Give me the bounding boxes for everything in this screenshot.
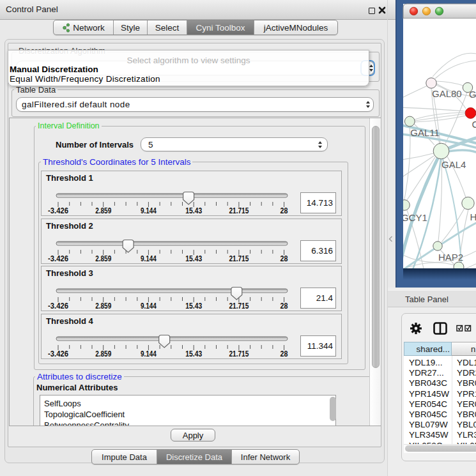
svg-text:2.859: 2.859 [95, 206, 111, 215]
svg-text:21.715: 21.715 [229, 254, 249, 263]
svg-text:2.859: 2.859 [95, 301, 111, 311]
svg-text:28: 28 [280, 349, 288, 358]
svg-text:9.144: 9.144 [141, 349, 157, 358]
svg-text:HL: HL [470, 211, 476, 222]
svg-text:HAP2: HAP2 [438, 252, 463, 263]
svg-text:28: 28 [280, 254, 288, 263]
svg-text:GCY1: GCY1 [401, 212, 427, 223]
svg-text:21.715: 21.715 [229, 301, 249, 311]
svg-text:15.43: 15.43 [185, 301, 202, 311]
svg-text:-3.426: -3.426 [48, 349, 68, 358]
svg-text:GAL4: GAL4 [441, 159, 466, 170]
svg-text:9.144: 9.144 [141, 301, 157, 311]
svg-text:21.715: 21.715 [229, 349, 249, 358]
svg-text:28: 28 [280, 301, 288, 311]
svg-text:9.144: 9.144 [141, 254, 157, 263]
svg-text:15.43: 15.43 [185, 349, 202, 358]
svg-text:-3.426: -3.426 [48, 301, 68, 311]
svg-text:C: C [472, 119, 476, 130]
svg-text:-3.426: -3.426 [48, 206, 68, 215]
svg-text:2.859: 2.859 [95, 349, 111, 358]
svg-text:28: 28 [280, 206, 288, 215]
svg-text:GAL1: GAL1 [469, 89, 476, 100]
svg-text:2.859: 2.859 [95, 254, 111, 263]
svg-text:GAL11: GAL11 [410, 127, 440, 138]
svg-text:15.43: 15.43 [185, 254, 202, 263]
svg-text:GAL80: GAL80 [432, 88, 462, 99]
svg-text:15.43: 15.43 [185, 206, 202, 215]
svg-text:21.715: 21.715 [229, 206, 249, 215]
svg-text:-3.426: -3.426 [48, 254, 68, 263]
svg-text:9.144: 9.144 [141, 206, 157, 215]
